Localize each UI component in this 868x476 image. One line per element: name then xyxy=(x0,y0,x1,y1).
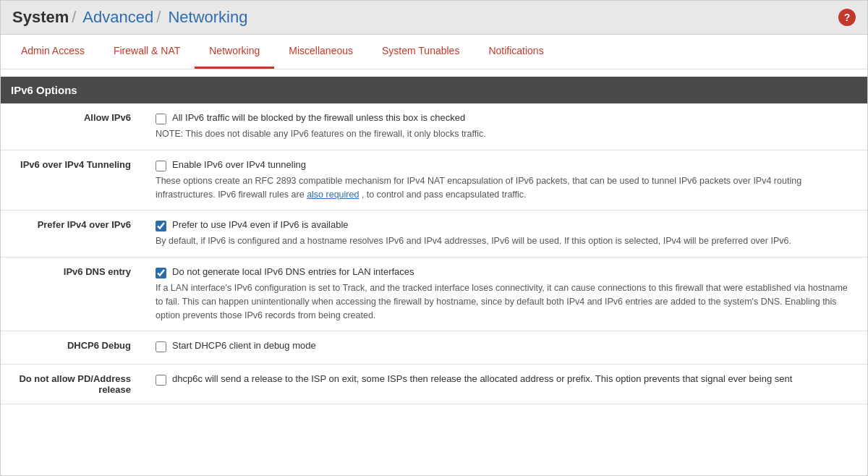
tabs-container: Admin Access Firewall & NAT Networking M… xyxy=(1,35,867,69)
checkbox-row-dhcp6-debug: Start DHCP6 client in debug mode xyxy=(156,340,857,352)
tab-system-tunables[interactable]: System Tunables xyxy=(367,35,474,69)
row-content-pd-release: dhcp6c will send a release to the ISP on… xyxy=(145,365,867,404)
checkbox-label-ipv6-tunneling: Enable IPv6 over IPv4 tunneling xyxy=(172,159,306,170)
desc-after-link: , to control and pass encapsulated traff… xyxy=(362,190,527,200)
tab-admin-access[interactable]: Admin Access xyxy=(7,35,99,69)
checkbox-row-ipv6-dns: Do not generate local IPv6 DNS entries f… xyxy=(156,266,857,279)
row-label-ipv6-tunneling: IPv6 over IPv4 Tunneling xyxy=(1,150,145,211)
checkbox-pd-release[interactable] xyxy=(156,375,166,386)
checkbox-label-allow-ipv6: All IPv6 traffic will be blocked by the … xyxy=(172,112,465,123)
breadcrumb-sep2: / xyxy=(156,8,161,26)
checkbox-row-ipv6-tunneling: Enable IPv6 over IPv4 tunneling xyxy=(156,159,857,171)
options-table: Allow IPv6 All IPv6 traffic will be bloc… xyxy=(1,103,867,404)
breadcrumb-networking[interactable]: Networking xyxy=(168,8,247,26)
row-label-allow-ipv6: Allow IPv6 xyxy=(1,103,145,150)
breadcrumb-sep1: / xyxy=(72,8,76,26)
also-required-link[interactable]: also required xyxy=(307,190,359,200)
table-row: Allow IPv6 All IPv6 traffic will be bloc… xyxy=(1,103,867,150)
checkbox-label-ipv6-dns: Do not generate local IPv6 DNS entries f… xyxy=(172,266,414,277)
tab-notifications[interactable]: Notifications xyxy=(474,35,558,69)
row-content-allow-ipv6: All IPv6 traffic will be blocked by the … xyxy=(145,103,867,150)
checkbox-label-prefer-ipv4: Prefer to use IPv4 even if IPv6 is avail… xyxy=(172,219,349,230)
breadcrumb-advanced[interactable]: Advanced xyxy=(82,8,153,26)
breadcrumb-system: System xyxy=(12,8,69,26)
row-label-prefer-ipv4: Prefer IPv4 over IPv6 xyxy=(1,211,145,258)
checkbox-allow-ipv6[interactable] xyxy=(156,114,166,124)
table-row: IPv6 over IPv4 Tunneling Enable IPv6 ove… xyxy=(1,150,867,211)
section-title: IPv6 Options xyxy=(11,84,77,96)
checkbox-row-pd-release: dhcp6c will send a release to the ISP on… xyxy=(156,373,857,386)
tab-networking[interactable]: Networking xyxy=(195,35,274,69)
row-content-ipv6-tunneling: Enable IPv6 over IPv4 tunneling These op… xyxy=(145,150,867,211)
checkbox-row-prefer-ipv4: Prefer to use IPv4 even if IPv6 is avail… xyxy=(156,219,857,231)
row-content-ipv6-dns: Do not generate local IPv6 DNS entries f… xyxy=(145,258,867,331)
breadcrumb: System/ Advanced/ Networking xyxy=(12,8,247,27)
checkbox-label-pd-release: dhcp6c will send a release to the ISP on… xyxy=(172,373,792,384)
checkbox-label-dhcp6-debug: Start DHCP6 client in debug mode xyxy=(172,340,316,351)
table-row: IPv6 DNS entry Do not generate local IPv… xyxy=(1,258,867,331)
page-wrapper: System/ Advanced/ Networking ? Admin Acc… xyxy=(0,0,868,476)
desc-allow-ipv6: NOTE: This does not disable any IPv6 fea… xyxy=(156,127,857,141)
checkbox-row-allow-ipv6: All IPv6 traffic will be blocked by the … xyxy=(156,112,857,124)
row-label-ipv6-dns: IPv6 DNS entry xyxy=(1,258,145,331)
tab-firewall-nat[interactable]: Firewall & NAT xyxy=(99,35,195,69)
row-label-dhcp6-debug: DHCP6 Debug xyxy=(1,331,145,365)
header: System/ Advanced/ Networking ? xyxy=(1,1,867,35)
checkbox-prefer-ipv4[interactable] xyxy=(156,221,166,231)
table-row: Prefer IPv4 over IPv6 Prefer to use IPv4… xyxy=(1,211,867,258)
checkbox-ipv6-dns[interactable] xyxy=(156,268,166,279)
table-row: Do not allow PD/Address release dhcp6c w… xyxy=(1,365,867,404)
desc-ipv6-dns: If a LAN interface's IPv6 configuration … xyxy=(156,281,857,322)
section-header: IPv6 Options xyxy=(1,77,867,103)
row-content-dhcp6-debug: Start DHCP6 client in debug mode xyxy=(145,331,867,365)
help-icon[interactable]: ? xyxy=(838,9,856,26)
desc-prefer-ipv4: By default, if IPv6 is configured and a … xyxy=(156,234,857,248)
table-row: DHCP6 Debug Start DHCP6 client in debug … xyxy=(1,331,867,365)
tab-miscellaneous[interactable]: Miscellaneous xyxy=(274,35,367,69)
row-content-prefer-ipv4: Prefer to use IPv4 even if IPv6 is avail… xyxy=(145,211,867,258)
row-label-pd-release: Do not allow PD/Address release xyxy=(1,365,145,404)
checkbox-dhcp6-debug[interactable] xyxy=(156,341,166,352)
desc-ipv6-tunneling: These options create an RFC 2893 compati… xyxy=(156,174,857,202)
checkbox-ipv6-tunneling[interactable] xyxy=(156,161,166,171)
